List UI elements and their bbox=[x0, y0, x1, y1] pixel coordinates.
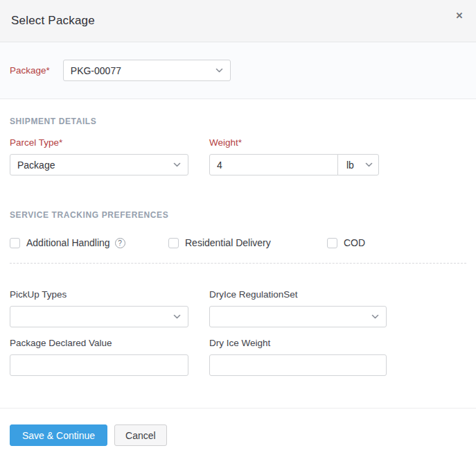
pickup-types-label: PickUp Types bbox=[10, 289, 188, 300]
declared-value-label: Package Declared Value bbox=[10, 338, 188, 348]
chevron-down-icon bbox=[371, 314, 379, 319]
chevron-down-icon bbox=[173, 314, 181, 319]
weight-label: Weight* bbox=[209, 137, 379, 148]
dry-ice-weight-field: Dry Ice Weight bbox=[209, 338, 387, 376]
checkbox-icon[interactable] bbox=[327, 238, 337, 248]
weight-input[interactable] bbox=[209, 154, 338, 175]
chevron-down-icon bbox=[215, 68, 223, 73]
dryice-regulation-field: DryIce RegulationSet bbox=[209, 289, 387, 327]
dashed-divider bbox=[10, 263, 466, 264]
dry-ice-weight-input[interactable] bbox=[209, 354, 387, 376]
declared-dryweight-row: Package Declared Value Dry Ice Weight bbox=[10, 338, 466, 376]
pickup-types-select[interactable] bbox=[10, 306, 188, 327]
pickup-types-field: PickUp Types bbox=[10, 289, 188, 327]
checkbox-residential-delivery[interactable]: Residential Delivery bbox=[168, 237, 327, 248]
package-label: Package* bbox=[10, 65, 50, 76]
page-title: Select Package bbox=[11, 14, 95, 28]
modal-body: SHIPMENT DETAILS Parcel Type* Package We… bbox=[0, 117, 476, 376]
checkbox-additional-handling[interactable]: Additional Handling ? bbox=[10, 237, 168, 248]
checkbox-cod[interactable]: COD bbox=[327, 237, 365, 248]
parcel-type-value: Package bbox=[17, 160, 168, 171]
checkbox-icon[interactable] bbox=[168, 238, 179, 248]
weight-field: Weight* lb bbox=[209, 137, 379, 175]
checkbox-icon[interactable] bbox=[10, 238, 20, 248]
pickup-dryice-row: PickUp Types DryIce RegulationSet bbox=[10, 289, 466, 327]
package-select[interactable]: PKG-00077 bbox=[63, 60, 231, 81]
service-checkbox-row: Additional Handling ? Residential Delive… bbox=[10, 237, 466, 248]
parcel-type-field: Parcel Type* Package bbox=[10, 137, 188, 175]
weight-input-group: lb bbox=[209, 154, 379, 175]
chevron-down-icon bbox=[365, 162, 373, 167]
shipment-fields-row: Parcel Type* Package Weight* lb bbox=[10, 137, 466, 175]
save-continue-button[interactable]: Save & Continue bbox=[10, 424, 107, 446]
dryice-regulation-label: DryIce RegulationSet bbox=[209, 289, 387, 300]
help-icon[interactable]: ? bbox=[115, 238, 125, 248]
modal-header: Select Package bbox=[0, 0, 476, 42]
cancel-button[interactable]: Cancel bbox=[114, 424, 167, 446]
parcel-type-label: Parcel Type* bbox=[10, 137, 188, 148]
select-package-modal: Select Package ✕ Package* PKG-00077 SHIP… bbox=[0, 0, 476, 455]
checkbox-label: Additional Handling bbox=[26, 237, 110, 248]
weight-unit-value: lb bbox=[346, 160, 360, 171]
checkbox-label: COD bbox=[344, 237, 365, 248]
package-select-value: PKG-00077 bbox=[71, 65, 210, 76]
dry-ice-weight-label: Dry Ice Weight bbox=[209, 338, 387, 348]
chevron-down-icon bbox=[173, 162, 181, 167]
package-section: Package* PKG-00077 bbox=[0, 42, 476, 99]
declared-value-field: Package Declared Value bbox=[10, 338, 188, 376]
shipment-details-heading: SHIPMENT DETAILS bbox=[10, 117, 466, 126]
close-icon[interactable]: ✕ bbox=[452, 9, 466, 23]
declared-value-input[interactable] bbox=[10, 354, 188, 376]
checkbox-label: Residential Delivery bbox=[185, 237, 271, 248]
parcel-type-select[interactable]: Package bbox=[10, 154, 188, 175]
weight-unit-select[interactable]: lb bbox=[337, 154, 379, 175]
service-tracking-heading: SERVICE TRACKING PREFERENCES bbox=[10, 210, 466, 220]
dryice-regulation-select[interactable] bbox=[209, 306, 387, 327]
modal-footer: Save & Continue Cancel bbox=[0, 408, 476, 455]
